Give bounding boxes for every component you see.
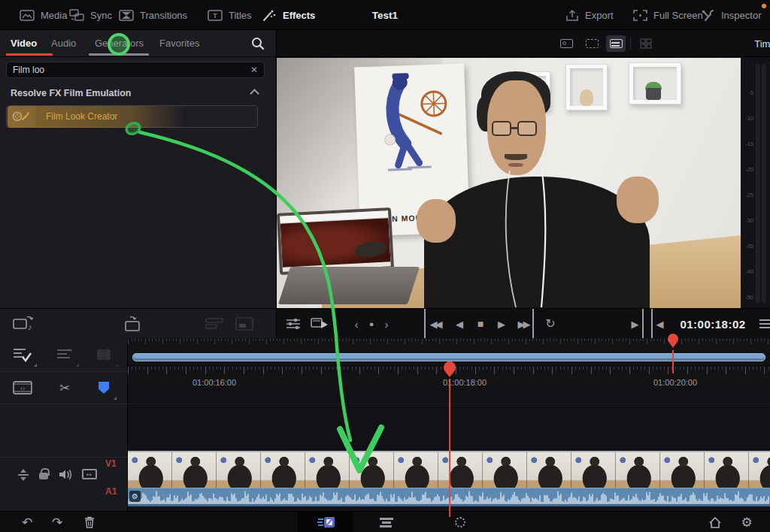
dynamic-trim-icon[interactable]: ‹› [12, 379, 33, 397]
cut-page-tab[interactable] [298, 512, 353, 532]
track-height-icon[interactable] [17, 467, 30, 482]
search-icon[interactable] [251, 37, 265, 50]
stop-icon[interactable]: ■ [474, 309, 487, 339]
video-track-label[interactable]: V1 [105, 458, 126, 469]
clip-thumbnail [571, 452, 616, 488]
edit-page-tab[interactable] [376, 512, 397, 532]
timeline-area: ↑↓ ‹› ✂ ▪▪ V1 A1 01:00:16 [0, 338, 770, 511]
svg-text:‹›: ‹› [20, 385, 25, 392]
media-insert-toolbar: ♪ [0, 308, 277, 338]
redo-icon[interactable]: ↷ [47, 512, 68, 532]
export-icon [565, 9, 579, 22]
timeline-name-dropdown[interactable]: Timeline 1 [720, 30, 770, 57]
go-to-end-icon[interactable]: ▶▶ [514, 309, 534, 339]
timeline-scroll-bar[interactable] [132, 353, 765, 361]
insert-clip-audio-icon[interactable]: ♪ [12, 315, 36, 333]
effects-tabs: Video Audio Generators Favorites [0, 30, 276, 57]
meter-bar-left [756, 64, 759, 303]
auto-select-tool-icon[interactable] [12, 346, 33, 364]
divider [630, 38, 631, 50]
clip-thumbnail [616, 452, 660, 488]
trash-icon[interactable] [80, 512, 99, 532]
insert-video-only-icon[interactable] [122, 315, 144, 333]
fullscreen-label: Full Screen [653, 10, 703, 21]
transitions-label: Transitions [140, 10, 187, 21]
section-title[interactable]: Resolve FX Film Emulation [11, 84, 266, 102]
transitions-button[interactable]: Transitions [119, 0, 187, 30]
titles-label: Titles [229, 10, 252, 21]
film-look-creator-icon [7, 106, 35, 127]
top-menubar: Media Sync Transitions T Titles Effects … [0, 0, 770, 30]
color-page-tab[interactable] [450, 512, 471, 532]
ruler-label: 01:00:16:00 [192, 378, 236, 387]
home-icon[interactable] [705, 512, 725, 532]
play-from-start-icon[interactable]: ◀ [651, 309, 666, 339]
meter-bar-right [762, 64, 765, 303]
loop-icon[interactable]: ↻ [543, 309, 558, 339]
mute-track-icon[interactable] [57, 466, 75, 482]
snapping-shield-icon[interactable] [95, 379, 113, 397]
meter-label: -50 [741, 294, 753, 301]
enable-video-track-icon[interactable]: ▪▪ [80, 466, 99, 482]
cut-page-icon [317, 516, 335, 528]
clip-thumbnail [438, 452, 483, 488]
hamburger-menu-icon[interactable] [758, 309, 770, 339]
clip-thumbnail [261, 452, 305, 488]
meter-label: -15 [741, 141, 753, 147]
video-preview[interactable]: PIRIN MOUNTAINS [277, 58, 741, 308]
tab-audio[interactable]: Audio [51, 30, 76, 56]
media-button[interactable]: Media [20, 0, 67, 30]
bottom-toolbar: ↶ ↷ ⚙ [0, 511, 770, 532]
undo-icon[interactable]: ↶ [17, 512, 38, 532]
search-input[interactable] [7, 65, 240, 75]
audio-track-label[interactable]: A1 [105, 486, 126, 497]
clear-search-icon[interactable]: ✕ [250, 65, 258, 75]
effects-button[interactable]: Effects [262, 0, 315, 30]
inspector-label: Inspector [721, 10, 761, 21]
step-back-icon[interactable]: ◀ [453, 309, 466, 339]
settings-gear-icon[interactable]: ⚙ [737, 512, 756, 532]
jog-dot-icon[interactable]: ● [365, 309, 377, 339]
tab-video[interactable]: Video [11, 30, 37, 56]
project-title: Test1 [347, 0, 423, 30]
trim-view-icon[interactable] [582, 35, 602, 52]
razor-tool-icon[interactable]: ✂ [56, 379, 74, 397]
dimmed-tool-icon-1[interactable] [205, 316, 224, 331]
tab-favorites[interactable]: Favorites [159, 30, 199, 56]
svg-text:♪: ♪ [28, 322, 32, 331]
sync-button[interactable]: Sync [69, 0, 112, 30]
media-pool-view-icon[interactable] [556, 35, 576, 52]
dimmed-tool-icon-2[interactable] [235, 316, 254, 331]
inspector-button[interactable]: Inspector [701, 0, 761, 30]
tab-generators[interactable]: Generators [95, 30, 144, 56]
svg-text:↑↓: ↑↓ [68, 347, 73, 352]
trim-mode-icon[interactable] [93, 346, 114, 364]
ripple-tool-icon[interactable]: ↑↓ [54, 346, 75, 364]
clip-thumbnail [217, 452, 261, 488]
export-label: Export [585, 10, 614, 21]
jog-right-icon[interactable]: › [380, 309, 393, 339]
lock-track-icon[interactable] [36, 464, 51, 482]
clip-thumbnail [305, 452, 350, 488]
sync-icon [69, 9, 84, 21]
clip-settings-badge-icon[interactable]: ⚙ [129, 491, 141, 502]
video-clip[interactable] [128, 451, 770, 488]
multiview-icon[interactable] [636, 35, 656, 52]
export-button[interactable]: Export [565, 0, 614, 30]
play-around-icon[interactable] [308, 309, 331, 339]
go-to-start-icon[interactable]: ◀◀ [424, 309, 444, 339]
titles-button[interactable]: T Titles [208, 0, 252, 30]
film-look-creator-item[interactable]: Film Look Creator [6, 105, 258, 128]
meter-label: -30 [741, 217, 753, 224]
play-to-end-icon[interactable]: ▶ [629, 309, 644, 339]
play-icon[interactable]: ▶ [495, 309, 508, 339]
audio-clip[interactable] [128, 488, 770, 506]
timeline-view-icon[interactable] [606, 35, 626, 52]
timeline-options-icon[interactable] [283, 309, 304, 339]
timeline-tracks[interactable]: 01:00:16:00 01:00:18:00 01:00:20:00 ⚙ [128, 338, 770, 511]
fullscreen-button[interactable]: Full Screen [633, 0, 703, 30]
audio-waveform [128, 488, 770, 507]
effects-search-box: ✕ [6, 62, 265, 78]
clip-thumbnail [527, 452, 571, 488]
jog-left-icon[interactable]: ‹ [350, 309, 362, 339]
